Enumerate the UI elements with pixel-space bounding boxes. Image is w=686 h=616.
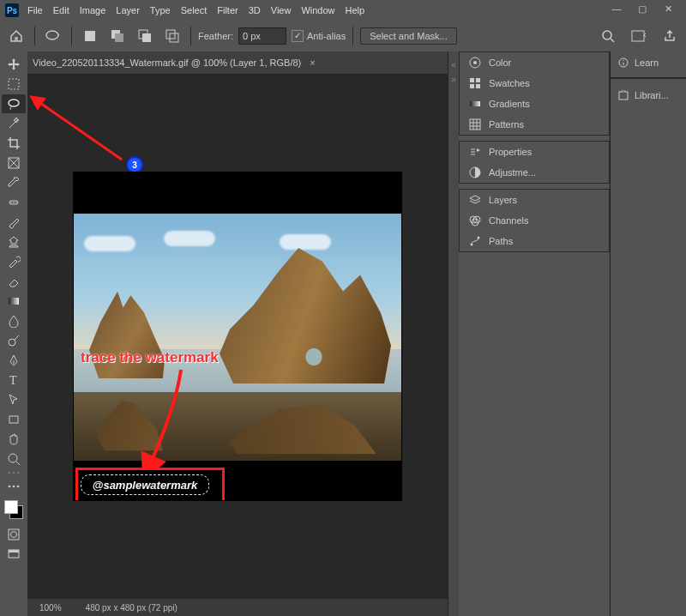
panel-label: Gradients — [489, 99, 530, 109]
document-title: Video_220520113334_Watermark.gif @ 100% … — [33, 57, 301, 68]
panel-learn[interactable]: Learn — [611, 51, 686, 74]
search-icon[interactable] — [597, 25, 619, 47]
svg-rect-6 — [166, 30, 175, 39]
menu-view[interactable]: View — [271, 5, 292, 15]
edit-toolbar-icon[interactable] — [2, 477, 26, 496]
svg-rect-5 — [142, 33, 151, 42]
clone-stamp-tool-icon[interactable] — [2, 233, 26, 251]
menu-file[interactable]: File — [27, 5, 43, 15]
tab-close-icon[interactable]: × — [310, 57, 315, 68]
menu-window[interactable]: Window — [301, 5, 334, 15]
panel-label: Layers — [489, 195, 517, 205]
menu-filter[interactable]: Filter — [217, 5, 238, 15]
feather-input[interactable]: 0 px — [238, 27, 286, 45]
maximize-button[interactable]: ▢ — [629, 0, 655, 17]
pen-tool-icon[interactable] — [2, 351, 26, 370]
menu-3d[interactable]: 3D — [249, 5, 261, 15]
svg-rect-1 — [85, 31, 95, 41]
panel-paths[interactable]: Paths — [460, 231, 609, 251]
antialias-checkbox[interactable]: ✓ Anti-alias — [292, 30, 346, 42]
svg-rect-36 — [476, 78, 480, 82]
marquee-tool-icon[interactable] — [2, 75, 26, 94]
svg-point-11 — [9, 100, 19, 106]
panel-swatches[interactable]: Swatches — [460, 73, 609, 94]
gradient-tool-icon[interactable] — [2, 292, 26, 311]
hand-tool-icon[interactable] — [2, 430, 26, 449]
svg-point-14 — [10, 202, 12, 203]
select-and-mask-button[interactable]: Select and Mask... — [360, 27, 457, 45]
panel-label: Adjustme... — [489, 167, 536, 178]
svg-point-18 — [9, 339, 15, 346]
history-brush-tool-icon[interactable] — [2, 252, 26, 271]
panel-layers[interactable]: Layers — [460, 190, 609, 210]
watermark-lasso-selection: @samplewatermark — [81, 474, 209, 495]
eraser-tool-icon[interactable] — [2, 272, 26, 291]
options-bar: Feather: 0 px ✓ Anti-alias Select and Ma… — [0, 21, 686, 52]
move-tool-icon[interactable] — [2, 55, 26, 74]
svg-rect-20 — [9, 416, 18, 423]
menu-image[interactable]: Image — [80, 5, 106, 15]
healing-brush-tool-icon[interactable] — [2, 193, 26, 212]
collapse-icon[interactable]: » — [451, 75, 456, 84]
svg-rect-28 — [9, 529, 19, 540]
close-button[interactable]: ✕ — [655, 0, 681, 17]
panel-properties[interactable]: Properties — [460, 142, 609, 162]
add-selection-icon[interactable] — [106, 25, 129, 47]
intersect-selection-icon[interactable] — [161, 25, 184, 47]
magic-wand-tool-icon[interactable] — [2, 114, 26, 133]
document-area: Video_220520113334_Watermark.gif @ 100% … — [27, 51, 448, 616]
panel-label: Color — [489, 57, 511, 68]
path-selection-tool-icon[interactable] — [2, 390, 26, 409]
type-tool-icon[interactable]: T — [2, 371, 26, 390]
menu-help[interactable]: Help — [346, 5, 365, 15]
svg-rect-48 — [619, 92, 628, 100]
panel-collapse-strip[interactable]: « » — [448, 51, 459, 616]
status-bar: 100% 480 px x 480 px (72 ppi) — [27, 599, 448, 616]
quick-mask-icon[interactable] — [2, 525, 26, 544]
menu-edit[interactable]: Edit — [53, 5, 69, 15]
fg-bg-color[interactable] — [4, 500, 23, 519]
status-zoom[interactable]: 100% — [39, 603, 62, 613]
panel-libraries[interactable]: Librari... — [611, 84, 686, 106]
home-icon[interactable] — [5, 25, 27, 47]
canvas[interactable]: trace the watermark @samplewatermark — [73, 172, 402, 501]
panel-gradients[interactable]: Gradients — [460, 94, 609, 114]
panel-patterns[interactable]: Patterns — [460, 114, 609, 135]
svg-point-16 — [15, 202, 17, 203]
svg-rect-31 — [9, 550, 19, 553]
blur-tool-icon[interactable] — [2, 311, 26, 330]
share-icon[interactable] — [659, 25, 681, 47]
lasso-tool-icon[interactable] — [2, 94, 26, 113]
menu-layer[interactable]: Layer — [116, 5, 140, 15]
panel-label: Learn — [635, 57, 659, 68]
rectangle-tool-icon[interactable] — [2, 410, 26, 429]
watermark-text: @samplewatermark — [93, 479, 198, 492]
antialias-label: Anti-alias — [307, 31, 346, 41]
frame-tool-icon[interactable] — [2, 154, 26, 172]
crop-tool-icon[interactable] — [2, 134, 26, 153]
eyedropper-tool-icon[interactable] — [2, 173, 26, 192]
dodge-tool-icon[interactable] — [2, 331, 26, 350]
tool-preset-lasso-icon[interactable] — [42, 25, 64, 47]
panel-adjustments[interactable]: Adjustme... — [460, 162, 609, 183]
brush-tool-icon[interactable] — [2, 213, 26, 232]
menu-select[interactable]: Select — [181, 5, 208, 15]
svg-rect-10 — [9, 79, 19, 89]
document-tab[interactable]: Video_220520113334_Watermark.gif @ 100% … — [27, 51, 448, 74]
subtract-selection-icon[interactable] — [134, 25, 156, 47]
collapse-icon[interactable]: « — [451, 60, 456, 69]
menu-type[interactable]: Type — [150, 5, 171, 15]
minimize-button[interactable]: — — [604, 0, 629, 17]
panel-color[interactable]: Color — [460, 52, 609, 73]
svg-point-22 — [9, 472, 10, 474]
svg-rect-38 — [476, 84, 480, 88]
zoom-tool-icon[interactable] — [2, 450, 26, 468]
panel-label: Properties — [489, 147, 532, 157]
app-icon: Ps — [5, 3, 19, 17]
workspace-switcher-icon[interactable] — [628, 25, 650, 47]
new-selection-icon[interactable] — [79, 25, 101, 47]
tool-divider — [2, 469, 26, 476]
screen-mode-icon[interactable] — [2, 545, 26, 564]
menu-bar: File Edit Image Layer Type Select Filter… — [27, 5, 364, 15]
panel-channels[interactable]: Channels — [460, 210, 609, 231]
